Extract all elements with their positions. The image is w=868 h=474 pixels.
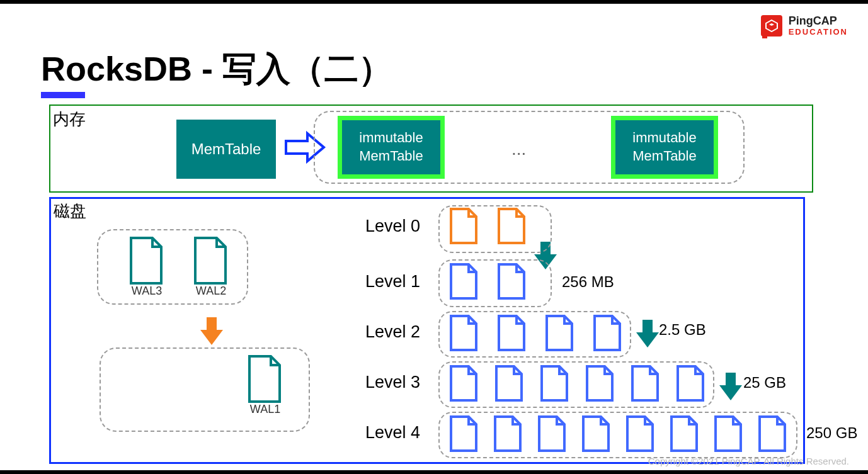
wal2-file-icon: WAL2 (189, 235, 233, 298)
imm-line1: immutable (359, 129, 423, 147)
memory-label: 内存 (53, 108, 86, 130)
sst-file-blue-icon (591, 313, 624, 353)
arrow-down-teal-icon (635, 319, 660, 351)
copyright-text: Copyright ©2021 PingCAP. All Rights Rese… (648, 456, 849, 466)
imm-line2: MemTable (632, 147, 696, 166)
ellipsis: ... (511, 139, 526, 159)
level0-label: Level 0 (365, 217, 420, 236)
size-l1: 256 MB (562, 273, 614, 291)
sst-file-blue-icon (495, 313, 528, 353)
sst-file-blue-icon (583, 364, 616, 403)
level3-label: Level 3 (365, 373, 420, 392)
immutable-memtable-box: immutable MemTable (338, 116, 445, 179)
sst-file-blue-icon (538, 364, 571, 403)
size-l4: 250 GB (806, 424, 857, 442)
disk-label: 磁盘 (54, 200, 86, 222)
sst-file-blue-icon (495, 262, 528, 301)
sst-file-blue-icon (543, 313, 576, 353)
sst-file-blue-icon (668, 414, 700, 453)
sst-file-blue-icon (712, 414, 745, 453)
sst-file-blue-icon (447, 414, 480, 453)
sst-file-blue-icon (447, 313, 480, 353)
sst-file-blue-icon (447, 262, 480, 301)
sst-file-blue-icon (447, 364, 480, 403)
brand-logo: PingCAP EDUCATION (761, 15, 848, 37)
logo-badge-icon (761, 15, 782, 37)
sst-file-blue-icon (580, 414, 612, 453)
sst-file-blue-icon (756, 414, 789, 453)
wal3-file-icon: WAL3 (125, 235, 169, 298)
svg-marker-1 (769, 23, 774, 26)
sst-file-blue-icon (493, 364, 525, 403)
level1-label: Level 1 (365, 272, 420, 291)
wal1-file-icon: WAL1 (243, 354, 287, 416)
title-underline (41, 92, 85, 98)
sst-file-blue-icon (624, 414, 656, 453)
sst-file-orange-icon (495, 206, 528, 245)
sst-file-orange-icon (447, 206, 480, 245)
size-l3: 25 GB (743, 374, 786, 392)
level4-label: Level 4 (365, 423, 420, 443)
imm-line1: immutable (632, 129, 696, 147)
level2-label: Level 2 (365, 322, 420, 342)
wal1-label: WAL1 (250, 403, 280, 416)
sst-file-blue-icon (629, 364, 661, 403)
imm-line2: MemTable (359, 147, 423, 166)
memtable-box: MemTable (176, 120, 276, 179)
sst-file-blue-icon (535, 414, 568, 453)
wal3-label: WAL3 (132, 285, 162, 298)
brand-sub: EDUCATION (789, 28, 848, 37)
sst-file-blue-icon (674, 364, 707, 403)
sst-file-blue-icon (491, 414, 524, 453)
size-l2: 2.5 GB (659, 321, 706, 339)
arrow-down-teal-icon (718, 371, 743, 404)
brand-name: PingCAP (789, 15, 848, 28)
immutable-memtable-box: immutable MemTable (611, 116, 718, 179)
wal2-label: WAL2 (196, 285, 226, 298)
page-title: RocksDB - 写入（二） (41, 47, 392, 93)
arrow-down-orange-icon (199, 316, 224, 349)
